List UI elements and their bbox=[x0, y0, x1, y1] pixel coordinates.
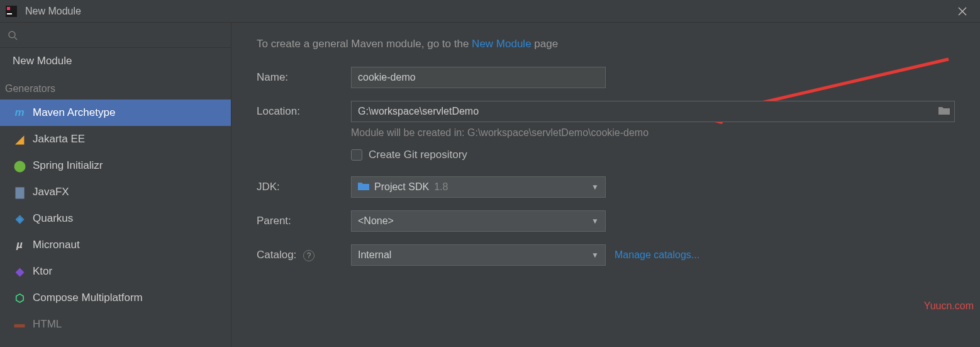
sidebar-item-compose-multiplatform[interactable]: ⬡ Compose Multiplatform bbox=[0, 285, 231, 311]
jdk-select[interactable]: Project SDK 1.8 ▼ bbox=[351, 176, 606, 198]
git-checkbox[interactable] bbox=[351, 149, 362, 161]
sidebar-item-jakarta-ee[interactable]: ◢ Jakarta EE bbox=[0, 126, 231, 152]
catalog-select[interactable]: Internal ▼ bbox=[351, 244, 606, 266]
sidebar-item-new-module[interactable]: New Module bbox=[0, 48, 231, 74]
location-input[interactable] bbox=[351, 101, 955, 122]
sidebar-item-label: Ktor bbox=[33, 265, 52, 278]
sidebar: New Module Generators m Maven Archetype … bbox=[0, 23, 231, 347]
main-content: To create a general Maven module, go to … bbox=[231, 23, 980, 347]
sidebar-item-label: Quarkus bbox=[33, 212, 73, 225]
name-input[interactable] bbox=[351, 67, 606, 88]
sidebar-item-spring-initializr[interactable]: ⬤ Spring Initializr bbox=[0, 152, 231, 179]
chevron-down-icon: ▼ bbox=[591, 251, 599, 259]
sidebar-item-label: HTML bbox=[33, 318, 62, 331]
jakarta-icon: ◢ bbox=[13, 132, 26, 146]
compose-icon: ⬡ bbox=[13, 291, 26, 305]
sidebar-item-label: Spring Initializr bbox=[33, 159, 103, 172]
new-module-link[interactable]: New Module bbox=[472, 38, 532, 50]
jdk-version: 1.8 bbox=[434, 181, 448, 193]
intro-prefix: To create a general Maven module, go to … bbox=[257, 38, 472, 50]
jdk-prefix: Project SDK bbox=[374, 181, 429, 193]
catalog-label-text: Catalog: bbox=[257, 249, 296, 261]
parent-select[interactable]: <None> ▼ bbox=[351, 210, 606, 232]
parent-value: <None> bbox=[358, 215, 394, 227]
sidebar-item-html[interactable]: ▬ HTML bbox=[0, 311, 231, 338]
search-row[interactable] bbox=[0, 23, 231, 48]
sidebar-item-javafx[interactable]: ▇ JavaFX bbox=[0, 179, 231, 205]
generators-header: Generators bbox=[0, 74, 231, 100]
folder-icon bbox=[358, 181, 369, 193]
jdk-label: JDK: bbox=[257, 181, 351, 193]
help-icon[interactable]: ? bbox=[303, 250, 315, 261]
svg-rect-1 bbox=[7, 7, 10, 10]
sidebar-item-label: JavaFX bbox=[33, 186, 69, 198]
svg-rect-2 bbox=[7, 13, 12, 14]
sidebar-item-quarkus[interactable]: ◈ Quarkus bbox=[0, 205, 231, 232]
sidebar-item-micronaut[interactable]: µ Micronaut bbox=[0, 232, 231, 258]
ktor-icon: ◆ bbox=[13, 265, 26, 278]
svg-point-5 bbox=[9, 31, 15, 38]
sidebar-item-label: Micronaut bbox=[33, 239, 80, 251]
spring-icon: ⬤ bbox=[13, 159, 26, 173]
intro-text: To create a general Maven module, go to … bbox=[257, 38, 955, 50]
sidebar-item-label: Compose Multiplatform bbox=[33, 292, 143, 304]
sidebar-item-label: Maven Archetype bbox=[33, 106, 115, 119]
search-icon bbox=[8, 30, 18, 40]
svg-line-6 bbox=[14, 37, 17, 40]
quarkus-icon: ◈ bbox=[13, 212, 26, 225]
intellij-icon bbox=[5, 5, 18, 18]
location-label: Location: bbox=[257, 105, 351, 118]
javafx-icon: ▇ bbox=[13, 185, 26, 199]
sidebar-item-ktor[interactable]: ◆ Ktor bbox=[0, 258, 231, 285]
sidebar-item-label: New Module bbox=[13, 55, 72, 67]
catalog-label: Catalog: ? bbox=[257, 249, 351, 261]
close-button[interactable] bbox=[950, 0, 975, 23]
intro-suffix: page bbox=[532, 38, 559, 50]
creation-path-hint: Module will be created in: G:\workspace\… bbox=[351, 127, 955, 139]
chevron-down-icon: ▼ bbox=[591, 217, 599, 225]
browse-folder-icon[interactable] bbox=[938, 106, 950, 117]
catalog-value: Internal bbox=[358, 249, 391, 261]
name-label: Name: bbox=[257, 71, 351, 84]
sidebar-item-maven-archetype[interactable]: m Maven Archetype bbox=[0, 100, 231, 126]
sidebar-item-label: Jakarta EE bbox=[33, 133, 85, 145]
window-title: New Module bbox=[25, 6, 81, 17]
titlebar: New Module bbox=[0, 0, 980, 23]
manage-catalogs-link[interactable]: Manage catalogs... bbox=[615, 249, 699, 261]
chevron-down-icon: ▼ bbox=[591, 183, 599, 191]
micronaut-icon: µ bbox=[13, 238, 26, 252]
html-icon: ▬ bbox=[13, 317, 26, 331]
git-checkbox-label: Create Git repository bbox=[369, 149, 467, 161]
watermark: Yuucn.com bbox=[924, 300, 974, 312]
maven-icon: m bbox=[13, 106, 26, 120]
parent-label: Parent: bbox=[257, 215, 351, 227]
